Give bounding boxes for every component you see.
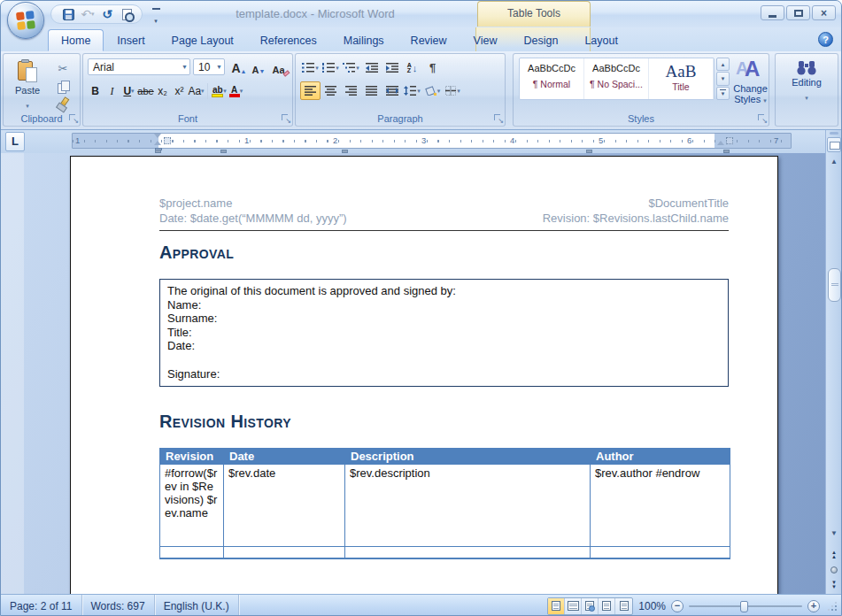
revision-history-table[interactable]: Revision Date Description Author #forrow… — [159, 448, 730, 559]
office-button[interactable] — [7, 2, 44, 39]
col-header-description[interactable]: Description — [345, 449, 591, 465]
distributed-button[interactable] — [382, 81, 402, 100]
center-button[interactable] — [321, 81, 341, 100]
col-header-revision[interactable]: Revision — [160, 449, 224, 465]
strikethrough-button[interactable]: abe — [137, 82, 154, 101]
shrink-font-button[interactable]: A▼ — [250, 58, 267, 75]
bullets-button[interactable]: ▾ — [300, 58, 321, 77]
cell-date[interactable] — [224, 547, 345, 558]
print-layout-view-button[interactable] — [548, 598, 565, 614]
styles-dialog-launcher[interactable] — [757, 113, 767, 123]
style-title[interactable]: AaB Title — [649, 58, 714, 99]
cell-revision[interactable] — [160, 547, 224, 558]
tab-home[interactable]: Home — [48, 29, 104, 51]
outline-view-button[interactable] — [599, 598, 615, 614]
increase-indent-button[interactable] — [382, 58, 402, 77]
undo-button[interactable]: ↶▾ — [80, 6, 96, 22]
copy-button[interactable] — [53, 77, 73, 95]
style-normal[interactable]: AaBbCcDc ¶ Normal — [520, 58, 584, 99]
scrollbar-thumb[interactable] — [828, 268, 841, 302]
tab-references[interactable]: References — [247, 29, 330, 51]
format-painter-button[interactable] — [53, 95, 73, 112]
col-header-author[interactable]: Author — [591, 449, 730, 465]
italic-button[interactable]: I — [104, 82, 120, 101]
tab-design[interactable]: Design — [510, 29, 571, 51]
tab-insert[interactable]: Insert — [104, 29, 158, 51]
word-count[interactable]: Words: 697 — [82, 595, 155, 616]
numbering-button[interactable]: ▾ — [321, 58, 341, 77]
zoom-level-button[interactable]: 100% — [638, 600, 666, 612]
text-highlight-button[interactable]: ab▾ — [211, 82, 228, 101]
tab-selector-button[interactable]: L — [5, 132, 25, 151]
grow-font-button[interactable]: A▲ — [229, 58, 249, 75]
font-color-button[interactable]: A▾ — [228, 82, 244, 101]
scroll-up-button[interactable]: ▲ — [827, 155, 841, 169]
approval-box[interactable]: The original of this document is approve… — [159, 279, 729, 387]
ruler-toggle-button[interactable] — [827, 137, 841, 152]
split-window-handle[interactable] — [830, 132, 838, 135]
change-styles-button[interactable]: A A Change Styles ▾ — [733, 57, 768, 112]
cell-description[interactable] — [345, 547, 591, 558]
document-page[interactable]: $project.name $DocumentTitle Date: $date… — [70, 156, 778, 594]
language-indicator[interactable]: English (U.K.) — [155, 595, 239, 616]
titlebar[interactable]: ↶▾ ↺ ▾ Table Tools template.docx - Micro… — [1, 1, 841, 27]
tab-page-layout[interactable]: Page Layout — [158, 29, 247, 51]
line-spacing-button[interactable]: ▾ — [402, 81, 422, 100]
indent-marker[interactable] — [154, 134, 162, 148]
clipboard-dialog-launcher[interactable] — [68, 113, 78, 123]
close-button[interactable]: × — [812, 5, 836, 20]
cell-author[interactable] — [591, 547, 730, 558]
tab-mailings[interactable]: Mailings — [330, 29, 398, 51]
decrease-indent-button[interactable] — [361, 58, 382, 77]
select-browse-object-button[interactable] — [827, 563, 841, 576]
tab-layout[interactable]: Layout — [571, 29, 631, 51]
save-button[interactable] — [60, 6, 76, 22]
shading-button[interactable]: ▾ — [422, 81, 443, 100]
cut-button[interactable]: ✂ — [53, 59, 73, 77]
zoom-slider-thumb[interactable] — [740, 601, 748, 612]
tab-view[interactable]: View — [460, 29, 511, 51]
subscript-button[interactable]: x₂ — [154, 82, 171, 101]
customize-qat-button[interactable]: ▾ — [150, 8, 162, 27]
styles-scroll-down-button[interactable]: ▼ — [716, 72, 730, 85]
superscript-button[interactable]: x² — [171, 82, 188, 101]
right-indent-marker[interactable] — [717, 134, 725, 148]
cell-description[interactable]: $rev.description — [345, 465, 591, 547]
tab-review[interactable]: Review — [398, 29, 460, 51]
show-hide-button[interactable]: ¶ — [422, 58, 443, 77]
sort-button[interactable]: AZ↓ — [402, 58, 422, 77]
full-screen-reading-view-button[interactable] — [565, 598, 582, 614]
zoom-slider[interactable] — [689, 600, 802, 612]
styles-more-button[interactable]: ▼ — [716, 87, 730, 100]
horizontal-ruler[interactable]: 1 1 2 3 4 5 6 7 — [72, 133, 792, 149]
scroll-down-button[interactable]: ▼ — [827, 527, 841, 541]
maximize-button[interactable] — [786, 5, 810, 20]
font-name-combobox[interactable]: Arial▼ — [88, 58, 190, 75]
print-preview-button[interactable] — [119, 6, 135, 22]
align-left-button[interactable] — [300, 81, 321, 100]
table-grid-marker[interactable] — [726, 137, 733, 144]
borders-button[interactable]: ▾ — [443, 81, 463, 100]
change-case-button[interactable]: Aa▾ — [188, 82, 205, 101]
justify-button[interactable] — [361, 81, 382, 100]
font-size-combobox[interactable]: 10▼ — [193, 58, 225, 75]
multilevel-list-button[interactable]: ▾ — [341, 58, 361, 77]
cell-author[interactable]: $rev.author #endrow — [591, 465, 730, 547]
redo-button[interactable]: ↺ — [99, 6, 115, 22]
zoom-out-button[interactable]: − — [671, 600, 684, 612]
cell-revision[interactable]: #forrow($rev in $Revisions) $rev.name — [160, 465, 224, 547]
web-layout-view-button[interactable] — [582, 598, 599, 614]
paste-button[interactable]: Paste ▾ — [9, 58, 46, 114]
clear-formatting-button[interactable]: Aa — [270, 58, 291, 75]
font-dialog-launcher[interactable] — [281, 113, 290, 123]
style-no-spacing[interactable]: AaBbCcDc ¶ No Spaci... — [584, 58, 649, 99]
help-button[interactable]: ? — [818, 32, 833, 47]
bold-button[interactable]: B — [87, 82, 104, 101]
previous-page-button[interactable]: ▲▲ — [827, 548, 841, 561]
resize-grip[interactable] — [827, 601, 838, 612]
zoom-in-button[interactable]: + — [807, 600, 820, 612]
draft-view-button[interactable] — [615, 598, 632, 614]
page-indicator[interactable]: Page: 2 of 11 — [1, 595, 82, 616]
cell-date[interactable]: $rev.date — [224, 465, 345, 547]
underline-button[interactable]: U▾ — [120, 82, 137, 101]
